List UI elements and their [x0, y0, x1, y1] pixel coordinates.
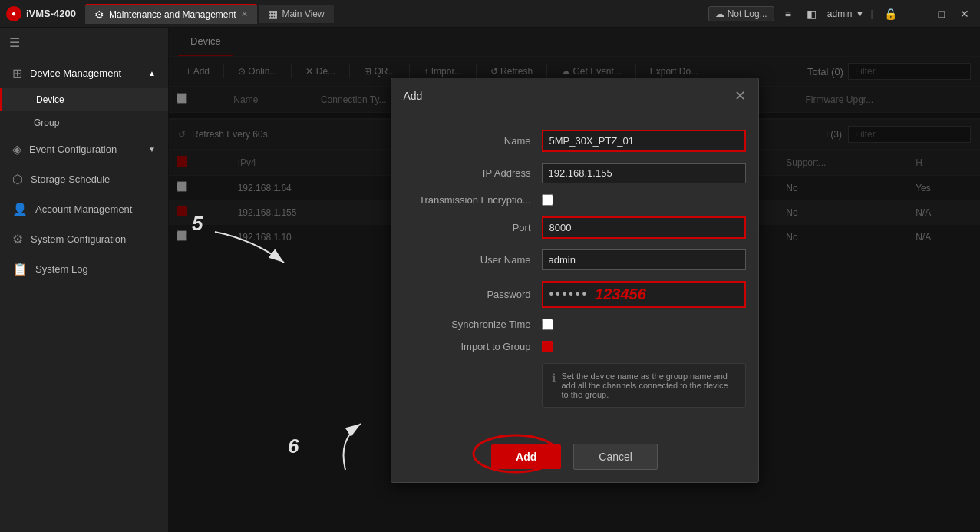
title-bar: ● iVMS-4200 ⚙ Maintenance and Management… [0, 0, 980, 28]
annotation-6: 6 [288, 435, 299, 458]
name-label: Name [404, 135, 542, 147]
tab-maintenance-icon: ⚙ [94, 8, 104, 21]
sidebar-toggle[interactable]: ☰ [0, 28, 168, 58]
modal-footer: Add Cancel [391, 431, 758, 482]
maximize-button[interactable]: □ [934, 6, 949, 21]
main-layout: ☰ ⊞ Device Management ▲ Device Group ◈ E… [0, 28, 980, 532]
list-button[interactable]: ≡ [780, 6, 796, 21]
password-label: Password [404, 289, 542, 300]
cloud-button[interactable]: ☁ Not Log... [708, 6, 774, 21]
port-row: Port [404, 216, 746, 239]
sync-checkbox[interactable] [542, 319, 553, 330]
arrow-icon: ▲ [148, 69, 156, 78]
encryption-checkbox[interactable] [542, 194, 553, 206]
arrow-6-svg [299, 416, 391, 477]
port-label: Port [404, 222, 542, 233]
sync-row: Synchronize Time [404, 319, 746, 330]
modal-header: Add ✕ [391, 78, 758, 114]
username-row: User Name [404, 249, 746, 270]
import-row: Import to Group [404, 341, 746, 352]
add-modal: Add ✕ Name IP Address [391, 78, 759, 483]
import-label: Import to Group [404, 341, 542, 352]
tab-close-icon[interactable]: ✕ [241, 9, 248, 19]
sidebar-item-storage[interactable]: ⬡ Storage Schedule [0, 164, 168, 194]
password-dots: •••••• [549, 287, 589, 301]
account-icon: 👤 [12, 202, 28, 216]
logo-icon: ● [6, 6, 21, 21]
ip-input[interactable] [542, 163, 746, 183]
sidebar: ☰ ⊞ Device Management ▲ Device Group ◈ E… [0, 28, 169, 532]
lock-button[interactable]: 🔒 [879, 6, 902, 21]
tab-main-view[interactable]: ▦ Main View [259, 5, 334, 23]
sync-label: Synchronize Time [404, 319, 542, 330]
username-label: User Name [404, 254, 542, 266]
content-area: Device + Add ⊙ Onlin... ✕ De... ⊞ QR... … [169, 28, 980, 532]
cancel-button[interactable]: Cancel [573, 444, 658, 470]
sidebar-item-device[interactable]: Device [0, 88, 168, 111]
info-icon: ℹ [552, 372, 556, 384]
title-bar-right: ☁ Not Log... ≡ ◧ admin ▼ | 🔒 — □ ✕ [708, 6, 974, 21]
password-row: Password •••••• 123456 [404, 281, 746, 308]
separator1: | [870, 8, 873, 19]
device-management-icon: ⊞ [12, 66, 22, 81]
minimize-button[interactable]: — [908, 6, 928, 21]
sidebar-item-account[interactable]: 👤 Account Management [0, 194, 168, 224]
tab-main-view-icon: ▦ [268, 8, 278, 20]
ip-row: IP Address [404, 163, 746, 183]
app-logo: ● iVMS-4200 [6, 6, 76, 21]
svg-point-0 [474, 435, 558, 472]
storage-icon: ⬡ [12, 172, 23, 187]
event-arrow-icon: ▼ [148, 145, 156, 154]
password-field: •••••• 123456 [542, 281, 746, 308]
add-circle-annotation [470, 431, 562, 477]
modal-close-button[interactable]: ✕ [734, 88, 746, 104]
password-cleartext: 123456 [595, 286, 646, 303]
info-text: Set the device name as the group name an… [562, 372, 736, 399]
event-config-icon: ◈ [12, 142, 21, 157]
modal-title: Add [404, 90, 423, 102]
tab-maintenance[interactable]: ⚙ Maintenance and Management ✕ [85, 4, 256, 24]
sidebar-item-system-config[interactable]: ⚙ System Configuration [0, 224, 168, 254]
info-text-box: ℹ Set the device name as the group name … [542, 363, 746, 408]
tab-bar: ⚙ Maintenance and Management ✕ ▦ Main Vi… [85, 4, 334, 24]
import-checkbox[interactable] [542, 341, 553, 352]
username-input[interactable] [542, 249, 746, 270]
encryption-label: Transmission Encryptio... [404, 194, 542, 206]
annotation-5: 5 [192, 212, 203, 236]
system-config-icon: ⚙ [12, 232, 23, 246]
sidebar-item-device-management[interactable]: ⊞ Device Management ▲ [0, 58, 168, 88]
name-input[interactable] [542, 130, 746, 152]
sidebar-item-event-config[interactable]: ◈ Event Configuration ▼ [0, 134, 168, 164]
ip-label: IP Address [404, 167, 542, 179]
monitor-button[interactable]: ◧ [802, 6, 821, 21]
name-row: Name [404, 130, 746, 152]
cloud-icon: ☁ [715, 8, 724, 19]
admin-user[interactable]: admin ▼ [827, 8, 865, 19]
system-log-icon: 📋 [12, 262, 28, 276]
arrow-5-svg [207, 224, 299, 278]
close-button[interactable]: ✕ [955, 6, 974, 21]
sidebar-item-system-log[interactable]: 📋 System Log [0, 254, 168, 284]
encryption-row: Transmission Encryptio... [404, 194, 746, 206]
port-input[interactable] [542, 216, 746, 239]
modal-body: Name IP Address Transmission Encryptio..… [391, 114, 758, 431]
sidebar-item-group[interactable]: Group [0, 111, 168, 134]
modal-overlay: Add ✕ Name IP Address [169, 28, 980, 532]
dropdown-icon: ▼ [856, 8, 865, 19]
